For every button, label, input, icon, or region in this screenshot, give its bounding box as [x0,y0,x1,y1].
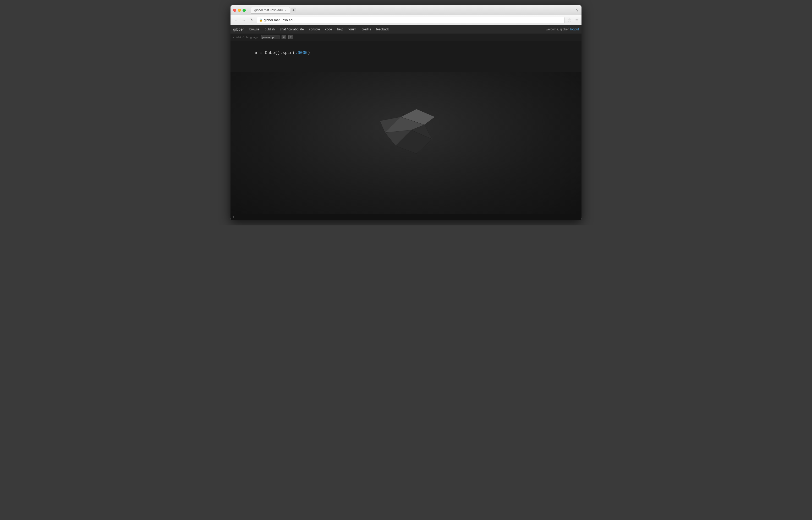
code-value: .0005 [295,51,308,55]
text-cursor [235,63,235,69]
address-bar[interactable]: 🔒 gibber.mat.ucsb.edu [257,17,564,23]
maximize-window-button[interactable] [243,9,246,12]
browser-tab[interactable]: gibber.mat.ucsb.edu × [251,7,290,14]
cursor-line [235,63,577,69]
new-tab-button[interactable]: + [291,8,296,13]
code-suffix: ) [308,51,310,55]
menu-item-console[interactable]: console [307,27,322,32]
tab-close-button[interactable]: × [285,9,286,12]
menu-item-publish[interactable]: publish [263,27,277,32]
close-window-button[interactable] [233,9,236,12]
browser-window: gibber.mat.ucsb.edu × + ⤡ ← → ↻ 🔒 gibber… [230,5,582,220]
close-editor-tab-button[interactable]: × [232,36,234,39]
menu-item-code[interactable]: code [323,27,334,32]
forward-button[interactable]: → [241,17,247,23]
code-prefix: a = Cube().spin( [255,51,295,55]
lock-icon: 🔒 [259,18,263,22]
editor-toolbar: × id #: 0 language: # ? [230,33,582,41]
question-button[interactable]: ? [288,35,293,39]
editor-id-label: id #: 0 [236,36,244,39]
menu-item-credits[interactable]: credits [360,27,373,32]
menu-item-chat-collaborate[interactable]: chat / collaborate [278,27,306,32]
tab-bar: gibber.mat.ucsb.edu × + [251,7,576,14]
line-number: 1 [232,216,234,219]
menu-item-browse[interactable]: browse [247,27,262,32]
minimize-window-button[interactable] [238,9,241,12]
menu-item-forum[interactable]: forum [346,27,359,32]
code-line-1: a = Cube().spin(.0005) [235,44,577,62]
cube-svg [372,93,440,161]
bookmark-button[interactable]: ☆ [566,17,572,23]
tab-title: gibber.mat.ucsb.edu [254,8,283,12]
status-bar: 1 [230,214,582,220]
welcome-text: welcome, gibber. logout [546,28,579,31]
resize-button[interactable]: ⤡ [576,8,579,12]
language-label: language: [246,36,259,39]
browser-titlebar: gibber.mat.ucsb.edu × + ⤡ [230,5,582,15]
browser-navbar: ← → ↻ 🔒 gibber.mat.ucsb.edu ☆ ≡ [230,15,582,25]
menu-item-feedback[interactable]: feedback [374,27,391,32]
editor-area: a = Cube().spin(.0005) [230,41,582,214]
menu-item-help[interactable]: help [335,27,345,32]
logout-link[interactable]: logout [570,28,579,31]
language-input[interactable] [261,35,279,39]
traffic-lights [233,9,246,12]
address-text: gibber.mat.ucsb.edu [264,18,562,22]
app-brand: gibber [233,27,244,31]
browser-menu-button[interactable]: ≡ [575,17,579,23]
code-section: a = Cube().spin(.0005) [230,41,582,72]
welcome-label: welcome, gibber. [546,28,569,31]
app-menubar: gibber browse publish chat / collaborate… [230,25,582,33]
refresh-button[interactable]: ↻ [249,17,255,23]
back-button[interactable]: ← [233,17,239,23]
hash-button[interactable]: # [282,35,286,39]
cube-visualization [372,93,440,161]
